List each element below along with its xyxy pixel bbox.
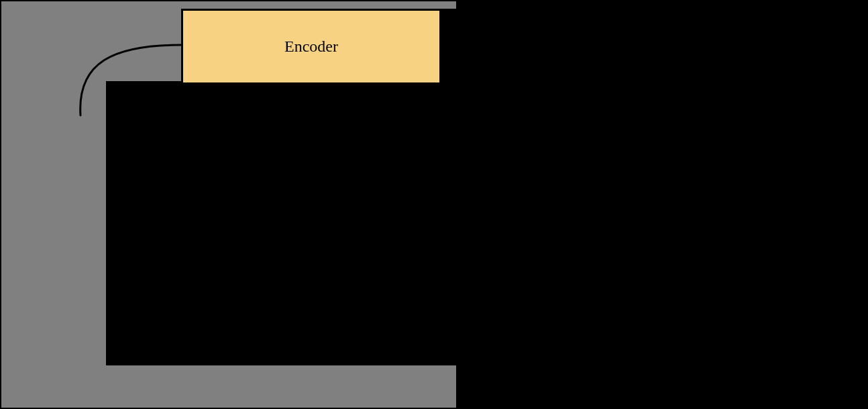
encoder-shadow [441, 9, 456, 84]
encoder-label: Encoder [284, 38, 338, 56]
diagram-frame: Encoder [0, 0, 868, 409]
black-region-main [106, 81, 868, 365]
encoder-block: Encoder [181, 9, 441, 84]
